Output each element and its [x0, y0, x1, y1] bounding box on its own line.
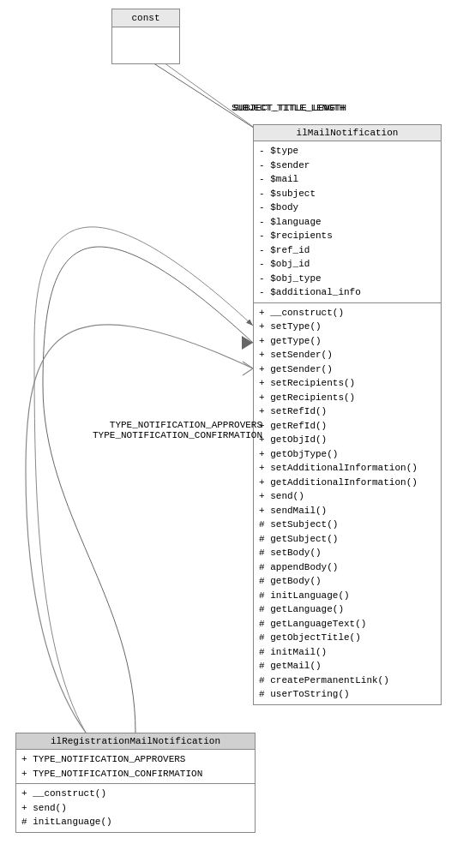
- mail-notification-attributes: - $type - $sender - $mail - $subject - $…: [254, 141, 441, 303]
- method-appendbody: # appendBody(): [259, 560, 436, 575]
- mail-notification-methods: + __construct() + setType() + getType() …: [254, 303, 441, 704]
- reg-method-initlanguage: # initLanguage(): [21, 815, 250, 829]
- attr-subject: - $subject: [259, 187, 436, 201]
- method-settype: + setType(): [259, 320, 436, 334]
- method-setbody: # setBody(): [259, 546, 436, 560]
- method-sendmail: + sendMail(): [259, 504, 436, 518]
- diagram-container: SUBJECT_TITLE_LENGTH const SUBJECT_TITLE…: [0, 0, 451, 868]
- method-createpermanentlink: # createPermanentLink(): [259, 673, 436, 688]
- method-construct: + __construct(): [259, 306, 436, 320]
- method-setsender: + setSender(): [259, 348, 436, 362]
- method-getmail: # getMail(): [259, 659, 436, 673]
- reg-mail-notification-box: ilRegistrationMailNotification + TYPE_NO…: [15, 733, 256, 833]
- mail-notification-box: ilMailNotification - $type - $sender - $…: [253, 124, 442, 705]
- method-getsender: + getSender(): [259, 362, 436, 377]
- mail-notification-header: ilMailNotification: [254, 125, 441, 141]
- method-send: + send(): [259, 489, 436, 504]
- method-getsubject: # getSubject(): [259, 532, 436, 547]
- method-setsubject: # setSubject(): [259, 518, 436, 532]
- reg-constants: + TYPE_NOTIFICATION_APPROVERS + TYPE_NOT…: [16, 750, 255, 784]
- attr-mail: - $mail: [259, 172, 436, 187]
- method-initlanguage: # initLanguage(): [259, 589, 436, 603]
- subject-title-label: SUBJECT_TITLE_LENGTH: [233, 103, 346, 113]
- method-initmail: # initMail(): [259, 645, 436, 660]
- method-setrefid: + setRefId(): [259, 404, 436, 419]
- constant-approvers-label: TYPE_NOTIFICATION_APPROVERS: [93, 420, 262, 430]
- method-getlanguagetext: # getLanguageText(): [259, 617, 436, 632]
- method-getrefid: + getRefId(): [259, 419, 436, 434]
- method-getlanguage: # getLanguage(): [259, 602, 436, 617]
- const-box-body: [112, 27, 179, 63]
- svg-marker-1: [242, 336, 253, 350]
- reg-method-construct: + __construct(): [21, 787, 250, 801]
- attr-recipients: - $recipients: [259, 229, 436, 243]
- method-getobjtype: + getObjType(): [259, 447, 436, 462]
- method-setadditional: + setAdditionalInformation(): [259, 461, 436, 476]
- reg-methods: + __construct() + send() # initLanguage(…: [16, 784, 255, 832]
- reg-method-send: + send(): [21, 801, 250, 816]
- attr-body: - $body: [259, 201, 436, 215]
- attr-obj-type: - $obj_type: [259, 272, 436, 286]
- const-box: const: [111, 9, 180, 64]
- method-getobjecttitle: # getObjectTitle(): [259, 631, 436, 645]
- attr-obj-id: - $obj_id: [259, 257, 436, 272]
- constant-confirmation-label: TYPE_NOTIFICATION_CONFIRMATION: [93, 430, 262, 440]
- method-usertostring: # userToString(): [259, 687, 436, 702]
- method-gettype: + getType(): [259, 334, 436, 349]
- attr-ref-id: - $ref_id: [259, 243, 436, 258]
- const-box-header: const: [112, 9, 179, 27]
- method-setrecipients: + setRecipients(): [259, 376, 436, 391]
- attr-type: - $type: [259, 144, 436, 159]
- attr-language: - $language: [259, 215, 436, 230]
- method-getbody: # getBody(): [259, 574, 436, 589]
- attr-additional-info: - $additional_info: [259, 285, 436, 300]
- constants-label: TYPE_NOTIFICATION_APPROVERS TYPE_NOTIFIC…: [93, 420, 262, 440]
- method-getrecipients: + getRecipients(): [259, 391, 436, 405]
- svg-line-0: [146, 58, 262, 133]
- method-getadditional: + getAdditionalInformation(): [259, 476, 436, 490]
- reg-const-confirmation: + TYPE_NOTIFICATION_CONFIRMATION: [21, 767, 250, 781]
- reg-const-approvers: + TYPE_NOTIFICATION_APPROVERS: [21, 752, 250, 767]
- method-getobjid: + getObjId(): [259, 433, 436, 447]
- reg-mail-notification-header: ilRegistrationMailNotification: [16, 733, 255, 750]
- attr-sender: - $sender: [259, 159, 436, 173]
